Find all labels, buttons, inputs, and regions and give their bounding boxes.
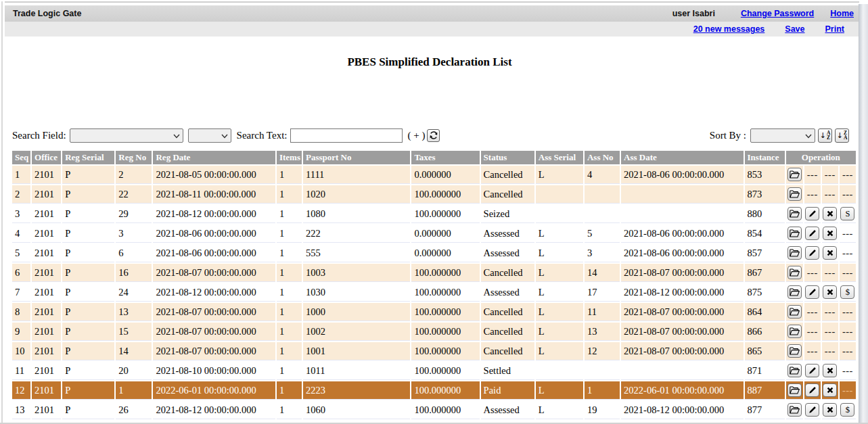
table-row[interactable]: 102101P142021-08-07 00:00:00.00011001100… <box>12 342 856 360</box>
edit-button[interactable] <box>805 383 819 397</box>
edit-button[interactable] <box>805 246 819 260</box>
delete-button[interactable] <box>823 364 837 377</box>
cell-reg-serial: P <box>62 323 114 341</box>
cell-reg-serial: P <box>62 264 114 282</box>
cell-ass-serial: L <box>536 381 583 400</box>
open-declaration-button[interactable] <box>787 364 802 377</box>
change-password-link[interactable]: Change Password <box>741 9 814 18</box>
delete-button[interactable] <box>823 383 837 397</box>
table-row[interactable]: 22101P222021-08-11 00:00:00.00011020100.… <box>12 185 856 204</box>
delete-button[interactable] <box>823 403 837 417</box>
cell-reg-no: 24 <box>116 283 152 302</box>
cell-reg-no: 6 <box>116 244 152 262</box>
delete-button[interactable] <box>823 246 837 260</box>
no-action-dashes: --- <box>825 267 836 278</box>
table-row[interactable]: 62101P162021-08-07 00:00:00.00011003100.… <box>12 264 856 282</box>
home-link[interactable]: Home <box>830 9 854 18</box>
open-declaration-button[interactable] <box>787 207 802 220</box>
sort-by-select[interactable] <box>750 128 815 143</box>
new-messages-link[interactable]: 20 new messages <box>693 24 765 34</box>
refresh-button[interactable] <box>427 129 440 142</box>
open-declaration-button[interactable] <box>787 325 802 338</box>
open-declaration-button[interactable] <box>787 227 802 240</box>
folder-open-icon <box>790 327 800 335</box>
open-declaration-button[interactable] <box>787 246 802 260</box>
edit-button[interactable] <box>805 364 819 377</box>
cell-ass-date <box>621 185 743 204</box>
no-action-dashes: --- <box>825 306 836 317</box>
cell-office: 2101 <box>32 362 61 380</box>
cell-taxes: 0.000000 <box>411 244 479 262</box>
column-header-taxes: Taxes <box>411 151 479 164</box>
table-row[interactable]: 72101P242021-08-12 00:00:00.00011030100.… <box>12 283 856 302</box>
no-action-dashes: --- <box>807 267 818 278</box>
add-search-condition-label: ( + ) <box>407 130 425 141</box>
cell-reg-date: 2021-08-07 00:00:00.000 <box>153 303 275 321</box>
no-action-dashes: --- <box>842 169 853 180</box>
open-declaration-button[interactable] <box>787 285 802 299</box>
cell-passport-no: 555 <box>303 244 410 262</box>
cell-seq: 11 <box>12 362 30 380</box>
search-operator-select[interactable] <box>188 128 231 143</box>
cell-taxes: 100.000000 <box>411 323 479 341</box>
operation-cell <box>804 381 821 400</box>
cell-reg-date: 2021-08-07 00:00:00.000 <box>153 323 275 341</box>
cell-taxes: 100.000000 <box>411 303 479 321</box>
operation-cell <box>786 323 803 341</box>
save-link[interactable]: Save <box>785 24 804 34</box>
table-row[interactable]: 92101P152021-08-07 00:00:00.00011002100.… <box>12 323 856 341</box>
cell-ass-no <box>585 185 620 204</box>
top-bar-row1: Trade Logic Gate user Isabri Change Pass… <box>5 5 859 22</box>
seize-button[interactable]: S <box>840 207 854 220</box>
delete-button[interactable] <box>823 207 837 220</box>
operation-cell <box>822 283 838 302</box>
print-link[interactable]: Print <box>825 24 844 34</box>
no-action-dashes: --- <box>842 306 853 317</box>
refresh-icon <box>429 131 438 140</box>
cell-reg-no: 15 <box>116 323 152 341</box>
table-row[interactable]: 122101P12022-06-01 00:00:00.00012223100.… <box>12 381 856 400</box>
table-row[interactable]: 82101P132021-08-07 00:00:00.00011000100.… <box>12 303 856 321</box>
cell-office: 2101 <box>32 283 61 302</box>
search-text-input[interactable] <box>290 128 403 143</box>
cell-instance: 853 <box>745 166 785 184</box>
sort-ascending-button[interactable]: ↓ AZ <box>818 128 832 143</box>
pay-button[interactable]: $ <box>840 403 854 417</box>
cell-reg-no: 2 <box>116 166 152 184</box>
table-row[interactable]: 112101P202021-08-10 00:00:00.00011011100… <box>12 362 856 380</box>
sort-descending-button[interactable]: ↓ ZA <box>835 128 849 143</box>
table-row[interactable]: 12101P22021-08-05 00:00:00.000111110.000… <box>12 166 856 184</box>
table-row[interactable]: 42101P32021-08-06 00:00:00.00012220.0000… <box>12 225 856 243</box>
cell-ass-no: 13 <box>585 323 620 341</box>
edit-button[interactable] <box>805 285 819 299</box>
operation-cell: --- <box>840 323 856 341</box>
cell-ass-serial: L <box>536 225 583 243</box>
pay-button[interactable]: $ <box>840 285 854 299</box>
cell-ass-no: 3 <box>585 244 620 262</box>
delete-button[interactable] <box>823 227 837 240</box>
open-declaration-button[interactable] <box>787 383 802 397</box>
x-icon <box>827 387 833 394</box>
operation-cell <box>822 381 838 400</box>
folder-open-icon <box>790 249 800 257</box>
cell-office: 2101 <box>32 244 61 262</box>
open-declaration-button[interactable] <box>787 168 802 181</box>
cell-items: 1 <box>277 303 302 321</box>
open-declaration-button[interactable] <box>787 403 802 417</box>
edit-button[interactable] <box>805 227 819 240</box>
open-declaration-button[interactable] <box>787 266 802 279</box>
operation-cell <box>822 244 838 262</box>
table-row[interactable]: 52101P62021-08-06 00:00:00.00015550.0000… <box>12 244 856 262</box>
search-field-select[interactable] <box>70 128 183 143</box>
table-row[interactable]: 32101P292021-08-12 00:00:00.00011080100.… <box>12 205 856 223</box>
edit-button[interactable] <box>805 207 819 220</box>
cell-office: 2101 <box>32 323 61 341</box>
open-declaration-button[interactable] <box>787 344 802 358</box>
vertical-scrollbar[interactable] <box>859 4 868 424</box>
delete-button[interactable] <box>823 285 837 299</box>
table-row[interactable]: 132101P262021-08-12 00:00:00.00011060100… <box>12 401 856 419</box>
open-declaration-button[interactable] <box>787 305 802 319</box>
edit-button[interactable] <box>805 403 819 417</box>
cell-instance: 875 <box>745 283 785 302</box>
open-declaration-button[interactable] <box>787 187 802 201</box>
